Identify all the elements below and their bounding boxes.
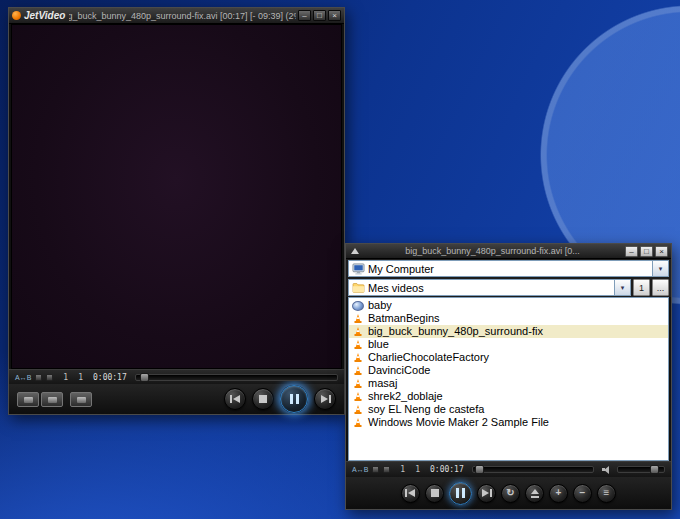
folder-dropdown-arrow-icon[interactable]: ▾ — [614, 280, 630, 295]
location-row: My Computer ▾ — [346, 259, 671, 278]
seek-slider[interactable] — [472, 466, 594, 473]
player-titlebar[interactable]: JetVideo big_buck_bunny_480p_surround-fi… — [9, 8, 344, 24]
track-number: 1 — [400, 465, 405, 474]
player-window: JetVideo big_buck_bunny_480p_surround-fi… — [8, 7, 345, 415]
repeat-button[interactable]: ↻ — [501, 484, 520, 503]
desktop: JetVideo big_buck_bunny_480p_surround-fi… — [0, 0, 680, 519]
playlist-file-row[interactable]: soy EL Neng de castefa — [349, 403, 668, 416]
filter-button[interactable]: 1 — [633, 279, 650, 296]
seek-handle[interactable] — [140, 373, 149, 382]
vlc-cone-icon — [352, 339, 364, 351]
vlc-cone-icon — [352, 365, 364, 377]
elapsed-time: 0:00:17 — [430, 465, 464, 474]
eject-icon — [530, 489, 540, 498]
jetvideo-brand-text: JetVideo — [24, 10, 65, 21]
playlist-file-row[interactable]: masaj — [349, 377, 668, 390]
add-file-button[interactable]: + — [549, 484, 568, 503]
file-list[interactable]: baby BatmanBegins big_buck_bunny_480p_su… — [348, 297, 669, 461]
seek-slider[interactable] — [135, 374, 338, 381]
previous-button[interactable] — [401, 484, 420, 503]
file-name: shrek2_doblaje — [368, 390, 443, 403]
repeat-mode-icon[interactable] — [372, 466, 379, 473]
file-name: soy EL Neng de castefa — [368, 403, 484, 416]
folder-row: Mes videos ▾ 1 ... — [346, 278, 671, 297]
next-button[interactable] — [477, 484, 496, 503]
maximize-button[interactable]: □ — [313, 10, 326, 21]
folder-combobox[interactable]: Mes videos ▾ — [348, 279, 631, 296]
pause-button[interactable] — [280, 385, 308, 413]
playlist-window-icon[interactable] — [351, 248, 359, 254]
volume-handle[interactable] — [650, 465, 659, 474]
previous-button[interactable] — [224, 388, 246, 410]
close-button[interactable]: × — [328, 10, 341, 21]
previous-icon — [405, 489, 416, 498]
playlist-file-row[interactable]: baby — [349, 299, 668, 312]
file-name: Windows Movie Maker 2 Sample File — [368, 416, 549, 429]
sound-effect-icon[interactable] — [46, 374, 53, 381]
close-button[interactable]: × — [655, 246, 668, 257]
remove-file-button[interactable]: − — [573, 484, 592, 503]
player-window-title: big_buck_bunny_480p_surround-fix.avi [00… — [69, 8, 296, 23]
ab-repeat-toggle[interactable]: A↔B — [352, 466, 368, 473]
file-name: CharlieChocolateFactory — [368, 351, 489, 364]
ab-repeat-toggle[interactable]: A↔B — [15, 374, 31, 381]
jetvideo-logo-icon — [12, 11, 21, 20]
vlc-cone-icon — [352, 352, 364, 364]
media-file-icon — [352, 301, 364, 311]
sound-effect-icon[interactable] — [383, 466, 390, 473]
location-combobox[interactable]: My Computer ▾ — [348, 260, 669, 277]
play-count: 1 — [78, 373, 83, 382]
folder-value: Mes videos — [368, 282, 424, 294]
elapsed-time: 0:00:17 — [93, 373, 127, 382]
player-window-controls: – □ × — [298, 10, 341, 21]
pause-button[interactable] — [449, 482, 472, 505]
minimize-button[interactable]: – — [625, 246, 638, 257]
playlist-file-row[interactable]: shrek2_doblaje — [349, 390, 668, 403]
location-value: My Computer — [368, 263, 434, 275]
playlist-file-row[interactable]: big_buck_bunny_480p_surround-fix — [349, 325, 668, 338]
vlc-cone-icon — [352, 378, 364, 390]
playlist-file-row[interactable]: DavinciCode — [349, 364, 668, 377]
remove-icon: − — [580, 488, 586, 498]
next-button[interactable] — [314, 388, 336, 410]
playlist-toggle-button[interactable] — [41, 392, 63, 407]
player-control-bar: A↔B 1 1 0:00:17 — [9, 369, 344, 384]
pause-icon — [290, 394, 299, 404]
volume-slider[interactable] — [617, 466, 665, 473]
seek-handle[interactable] — [475, 465, 484, 474]
settings-button[interactable] — [70, 392, 92, 407]
playback-buttons — [224, 385, 336, 413]
file-name: BatmanBegins — [368, 312, 440, 325]
volume-icon[interactable] — [602, 465, 613, 474]
file-name: baby — [368, 299, 392, 312]
my-computer-icon — [352, 263, 365, 275]
vlc-cone-icon — [352, 326, 364, 338]
playlist-window: big_buck_bunny_480p_surround-fix.avi [0.… — [345, 243, 672, 510]
location-dropdown-arrow-icon[interactable]: ▾ — [652, 261, 668, 276]
stop-button[interactable] — [425, 484, 444, 503]
minimize-button[interactable]: – — [298, 10, 311, 21]
file-name: blue — [368, 338, 389, 351]
browse-button[interactable]: ... — [652, 279, 669, 296]
playlist-file-row[interactable]: Windows Movie Maker 2 Sample File — [349, 416, 668, 429]
player-button-bar — [9, 384, 344, 414]
pause-icon — [456, 488, 465, 498]
repeat-mode-icon[interactable] — [35, 374, 42, 381]
playlist-titlebar[interactable]: big_buck_bunny_480p_surround-fix.avi [0.… — [346, 244, 671, 259]
playlist-control-bar: A↔B 1 1 0:00:17 — [346, 461, 671, 477]
track-number: 1 — [63, 373, 68, 382]
maximize-button[interactable]: □ — [640, 246, 653, 257]
vlc-cone-icon — [352, 313, 364, 325]
jetvideo-logo: JetVideo — [12, 10, 65, 21]
stop-icon — [431, 489, 439, 497]
folder-icon — [352, 282, 365, 293]
playlist-file-row[interactable]: blue — [349, 338, 668, 351]
video-display-area[interactable] — [11, 24, 342, 369]
list-menu-button[interactable]: ≡ — [597, 484, 616, 503]
stop-button[interactable] — [252, 388, 274, 410]
eject-button[interactable] — [525, 484, 544, 503]
playlist-file-row[interactable]: BatmanBegins — [349, 312, 668, 325]
open-file-button[interactable] — [17, 392, 39, 407]
vlc-cone-icon — [352, 404, 364, 416]
playlist-file-row[interactable]: CharlieChocolateFactory — [349, 351, 668, 364]
